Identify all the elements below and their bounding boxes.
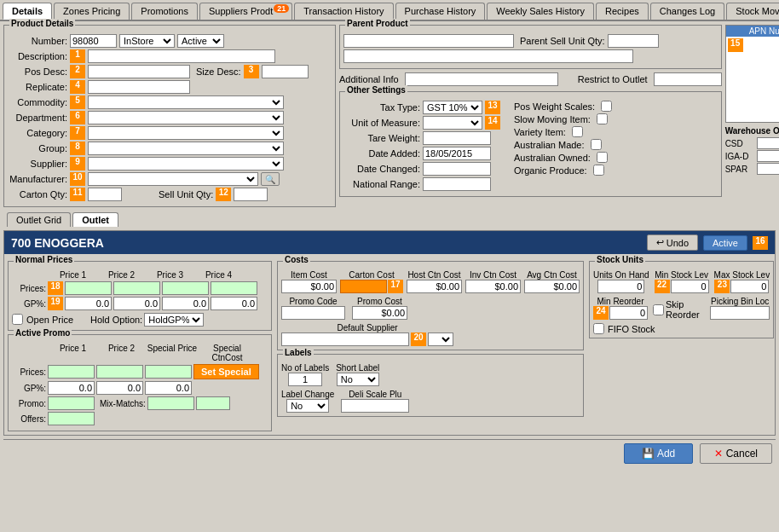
gp1-input[interactable]: [65, 297, 112, 310]
fifo-checkbox[interactable]: [593, 323, 604, 334]
units-on-hand-input[interactable]: [597, 280, 644, 293]
tab-recipes[interactable]: Recipes: [596, 3, 649, 20]
min-reorder-input[interactable]: [609, 306, 648, 320]
promo-gp1-input[interactable]: [48, 381, 95, 395]
tare-weight-input[interactable]: [423, 131, 491, 145]
tab-transaction-history[interactable]: Transaction History: [294, 3, 393, 20]
offers-input[interactable]: [48, 412, 95, 425]
inv-ctn-cost-input[interactable]: [465, 280, 521, 293]
supplier-select[interactable]: [88, 157, 284, 171]
commodity-select[interactable]: [88, 95, 284, 109]
aus-made-checkbox[interactable]: [591, 139, 602, 150]
mix-matchs-input[interactable]: [147, 396, 194, 410]
host-ctn-cost-input[interactable]: [407, 280, 462, 293]
supplier-cost-select[interactable]: [428, 332, 453, 346]
promo-gp2-input[interactable]: [96, 381, 143, 395]
no-of-labels-input[interactable]: [288, 373, 322, 386]
date-added-input[interactable]: [423, 147, 491, 160]
tab-changes-log[interactable]: Changes Log: [650, 3, 724, 20]
gp4-input[interactable]: [211, 297, 257, 310]
open-price-checkbox[interactable]: [12, 314, 23, 325]
default-supplier-input[interactable]: [281, 332, 409, 346]
item-cost-input[interactable]: [281, 280, 337, 293]
additional-info-input[interactable]: [405, 72, 558, 86]
price3-input[interactable]: [162, 281, 209, 295]
national-range-input[interactable]: [423, 177, 491, 191]
woc-igad-input[interactable]: [757, 150, 779, 162]
tab-promotions[interactable]: Promotions: [131, 3, 198, 20]
promo-cost-input[interactable]: [352, 306, 407, 320]
add-button[interactable]: 💾 Add: [624, 443, 693, 464]
max-stock-input[interactable]: [730, 280, 769, 293]
tab-outlet[interactable]: Outlet: [72, 212, 118, 227]
label-change-select[interactable]: No Yes: [286, 399, 329, 413]
uom-select[interactable]: [423, 116, 482, 130]
promo-promo-input[interactable]: [48, 396, 95, 410]
promo-special-input[interactable]: [145, 365, 192, 379]
pos-desc-input[interactable]: [88, 65, 190, 78]
short-label-select[interactable]: No Yes: [337, 373, 379, 386]
tab-details[interactable]: Details: [3, 3, 52, 20]
active-select[interactable]: Active: [177, 34, 224, 48]
cancel-button[interactable]: ✕ Cancel: [700, 443, 772, 464]
pos-desc-row: Pos Desc: 2 Size Desc: 3: [8, 65, 332, 78]
parent-sell-unit-input[interactable]: [608, 34, 659, 48]
promo-price2-input[interactable]: [96, 365, 143, 379]
department-select[interactable]: [88, 111, 284, 124]
avg-ctn-cost-input[interactable]: [524, 280, 580, 293]
price1-input[interactable]: [65, 281, 112, 295]
active-outlet-button[interactable]: Active: [703, 235, 747, 251]
picking-bin-input[interactable]: [710, 306, 770, 320]
gp2-input[interactable]: [113, 297, 160, 310]
min-stock-input[interactable]: [671, 280, 709, 293]
woc-csd-input[interactable]: [757, 137, 779, 149]
promo-price1-input[interactable]: [48, 365, 95, 379]
undo-button[interactable]: ↩ Undo: [647, 234, 698, 251]
tab-stock-movement[interactable]: Stock Movement: [726, 3, 779, 20]
manufacturer-select[interactable]: [88, 172, 258, 186]
restrict-input[interactable]: [654, 72, 722, 86]
promo-code-input[interactable]: [281, 306, 345, 320]
price2-input[interactable]: [113, 281, 160, 295]
variety-checkbox[interactable]: [572, 126, 583, 137]
deli-scale-input[interactable]: [341, 399, 409, 413]
gp3-input[interactable]: [162, 297, 209, 310]
tab-suppliers[interactable]: Suppliers Prodt 21: [199, 3, 292, 20]
number-input[interactable]: [70, 34, 117, 48]
promo-gp-label: GP%:: [12, 384, 46, 393]
mix-matchs-input2[interactable]: [196, 396, 230, 410]
organic-checkbox[interactable]: [593, 165, 604, 176]
tab-purchase-history[interactable]: Purchase History: [395, 3, 486, 20]
carton-cost-input[interactable]: [340, 280, 387, 293]
pos-weight-checkbox[interactable]: [601, 101, 612, 112]
instore-select[interactable]: InStore: [119, 34, 175, 48]
set-special-button[interactable]: Set Special: [193, 364, 259, 379]
tab-weekly-sales[interactable]: Weekly Sales History: [487, 3, 594, 20]
sell-unit-input[interactable]: [234, 188, 268, 201]
promo-prices-label: Prices:: [12, 367, 46, 377]
woc-spar-input[interactable]: [757, 163, 779, 175]
manufacturer-search-btn[interactable]: 🔍: [261, 172, 280, 186]
tab-outlet-grid[interactable]: Outlet Grid: [7, 212, 71, 227]
hold-option-select[interactable]: HoldGP%: [144, 313, 204, 327]
parent-extra-input[interactable]: [343, 49, 633, 63]
category-select[interactable]: [88, 126, 284, 140]
aus-owned-row: Australian Owned:: [514, 152, 612, 163]
tax-type-select[interactable]: GST 10%: [423, 101, 482, 114]
slow-moving-checkbox[interactable]: [597, 113, 608, 124]
description-input[interactable]: [88, 49, 275, 63]
date-changed-row: Date Changed:: [343, 162, 500, 176]
promo-gp3-input[interactable]: [145, 381, 192, 395]
skip-reorder-checkbox[interactable]: [653, 304, 664, 315]
tab-zones-pricing[interactable]: Zones Pricing: [54, 3, 130, 20]
date-changed-input[interactable]: [423, 162, 491, 176]
parent-product-input[interactable]: [343, 34, 514, 48]
group-select[interactable]: [88, 142, 284, 155]
size-desc-input[interactable]: [262, 65, 309, 78]
aus-owned-checkbox[interactable]: [597, 152, 608, 163]
replicate-input[interactable]: [88, 80, 190, 94]
normal-prices-row: Prices: 18: [12, 281, 268, 295]
gp-row-label: GP%:: [12, 299, 46, 309]
price4-input[interactable]: [211, 281, 257, 295]
carton-qty-input[interactable]: [88, 188, 122, 201]
